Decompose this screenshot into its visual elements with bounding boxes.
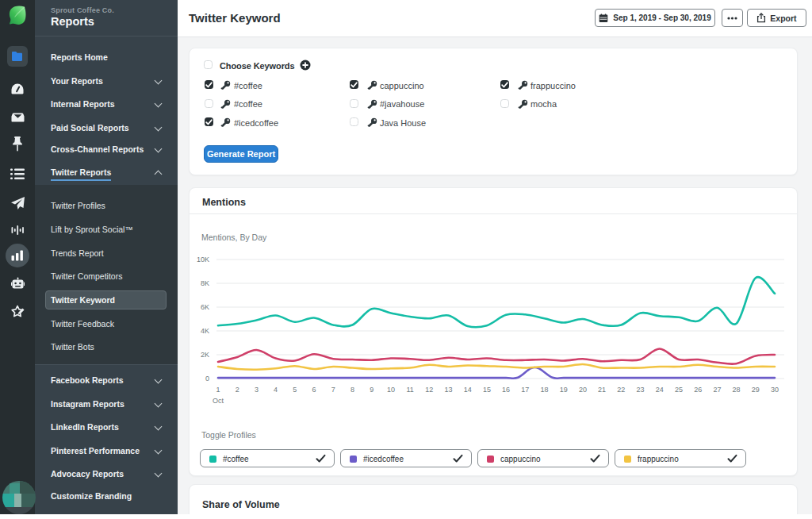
svg-text:10: 10	[387, 386, 395, 394]
svg-text:15: 15	[483, 386, 491, 394]
svg-text:2K: 2K	[201, 351, 209, 359]
svg-text:8K: 8K	[201, 279, 209, 287]
svg-text:Oct: Oct	[213, 397, 224, 405]
svg-text:18: 18	[540, 386, 548, 394]
svg-text:23: 23	[637, 386, 645, 394]
svg-text:8: 8	[350, 386, 354, 394]
svg-text:11: 11	[406, 386, 413, 394]
svg-text:28: 28	[733, 386, 741, 394]
svg-text:20: 20	[579, 386, 587, 394]
svg-text:1: 1	[216, 386, 220, 394]
svg-text:21: 21	[598, 386, 606, 394]
svg-text:22: 22	[617, 386, 625, 394]
svg-text:19: 19	[560, 386, 568, 394]
svg-text:0: 0	[205, 375, 209, 383]
svg-text:12: 12	[425, 386, 433, 394]
svg-text:17: 17	[521, 386, 529, 394]
svg-text:26: 26	[694, 386, 702, 394]
svg-text:4K: 4K	[201, 327, 209, 335]
svg-text:6: 6	[312, 386, 316, 394]
svg-text:6K: 6K	[201, 303, 209, 311]
svg-text:14: 14	[464, 386, 472, 394]
svg-text:2: 2	[236, 386, 239, 394]
svg-text:25: 25	[675, 386, 683, 394]
svg-text:4: 4	[274, 386, 278, 394]
svg-text:27: 27	[713, 386, 721, 394]
svg-text:16: 16	[502, 386, 510, 394]
svg-text:24: 24	[656, 386, 664, 394]
svg-text:9: 9	[370, 386, 373, 394]
svg-text:3: 3	[255, 386, 259, 394]
svg-text:7: 7	[331, 386, 335, 394]
svg-text:29: 29	[752, 386, 760, 394]
svg-text:5: 5	[293, 386, 297, 394]
svg-text:13: 13	[444, 386, 452, 394]
svg-text:30: 30	[771, 386, 779, 394]
svg-text:10K: 10K	[197, 256, 209, 263]
